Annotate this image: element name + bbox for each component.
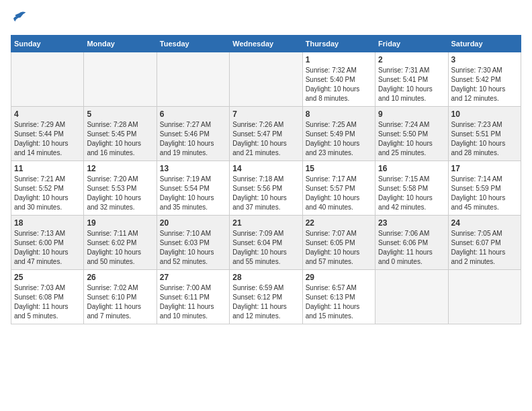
day-number: 6 <box>160 109 226 119</box>
logo-icon <box>11 11 27 27</box>
day-info: Sunrise: 7:27 AM Sunset: 5:46 PM Dayligh… <box>160 120 226 158</box>
day-number: 28 <box>232 273 299 282</box>
day-number: 14 <box>232 164 299 173</box>
day-number: 19 <box>87 218 153 228</box>
day-info: Sunrise: 7:24 AM Sunset: 5:50 PM Dayligh… <box>378 120 445 158</box>
day-info: Sunrise: 7:13 AM Sunset: 6:00 PM Dayligh… <box>14 229 81 267</box>
day-info: Sunrise: 6:59 AM Sunset: 6:12 PM Dayligh… <box>232 283 299 321</box>
calendar-cell: 19Sunrise: 7:11 AM Sunset: 6:02 PM Dayli… <box>84 216 157 270</box>
calendar-cell: 14Sunrise: 7:18 AM Sunset: 5:56 PM Dayli… <box>230 161 302 216</box>
calendar-weekday-header: Wednesday <box>230 36 302 52</box>
calendar-cell: 29Sunrise: 6:57 AM Sunset: 6:13 PM Dayli… <box>302 270 375 324</box>
calendar-cell: 25Sunrise: 7:03 AM Sunset: 6:08 PM Dayli… <box>11 270 84 324</box>
calendar-cell: 18Sunrise: 7:13 AM Sunset: 6:00 PM Dayli… <box>11 216 84 270</box>
day-info: Sunrise: 7:23 AM Sunset: 5:51 PM Dayligh… <box>451 120 518 158</box>
day-info: Sunrise: 7:11 AM Sunset: 6:02 PM Dayligh… <box>87 229 153 267</box>
calendar-cell: 23Sunrise: 7:06 AM Sunset: 6:06 PM Dayli… <box>375 216 448 270</box>
day-number: 8 <box>306 109 372 119</box>
day-number: 11 <box>14 164 81 173</box>
day-number: 20 <box>160 218 226 228</box>
calendar-week-row: 18Sunrise: 7:13 AM Sunset: 6:00 PM Dayli… <box>11 216 521 270</box>
day-info: Sunrise: 7:19 AM Sunset: 5:54 PM Dayligh… <box>160 175 226 212</box>
day-number: 21 <box>232 218 299 228</box>
calendar-cell: 2Sunrise: 7:31 AM Sunset: 5:41 PM Daylig… <box>375 52 448 107</box>
day-number: 9 <box>378 109 445 119</box>
calendar-header-row: SundayMondayTuesdayWednesdayThursdayFrid… <box>11 36 521 52</box>
calendar-weekday-header: Friday <box>375 36 448 52</box>
day-number: 17 <box>451 164 518 173</box>
day-info: Sunrise: 7:25 AM Sunset: 5:49 PM Dayligh… <box>306 120 372 158</box>
day-number: 7 <box>232 109 299 119</box>
day-number: 2 <box>378 55 445 64</box>
day-number: 15 <box>306 164 372 173</box>
calendar-cell: 28Sunrise: 6:59 AM Sunset: 6:12 PM Dayli… <box>230 270 302 324</box>
calendar-weekday-header: Tuesday <box>157 36 229 52</box>
calendar-cell: 9Sunrise: 7:24 AM Sunset: 5:50 PM Daylig… <box>375 107 448 161</box>
day-info: Sunrise: 7:21 AM Sunset: 5:52 PM Dayligh… <box>14 175 81 212</box>
calendar-cell <box>84 52 157 107</box>
day-info: Sunrise: 7:18 AM Sunset: 5:56 PM Dayligh… <box>232 175 299 212</box>
calendar-week-row: 1Sunrise: 7:32 AM Sunset: 5:40 PM Daylig… <box>11 52 521 107</box>
day-number: 22 <box>306 218 372 228</box>
day-number: 13 <box>160 164 226 173</box>
calendar-cell: 10Sunrise: 7:23 AM Sunset: 5:51 PM Dayli… <box>448 107 521 161</box>
calendar-cell: 24Sunrise: 7:05 AM Sunset: 6:07 PM Dayli… <box>448 216 521 270</box>
day-info: Sunrise: 6:57 AM Sunset: 6:13 PM Dayligh… <box>306 283 372 321</box>
day-number: 5 <box>87 109 153 119</box>
day-info: Sunrise: 7:26 AM Sunset: 5:47 PM Dayligh… <box>232 120 299 158</box>
day-info: Sunrise: 7:06 AM Sunset: 6:06 PM Dayligh… <box>378 229 445 267</box>
day-number: 26 <box>87 273 153 282</box>
day-number: 4 <box>14 109 81 119</box>
day-info: Sunrise: 7:05 AM Sunset: 6:07 PM Dayligh… <box>451 229 518 267</box>
day-info: Sunrise: 7:09 AM Sunset: 6:04 PM Dayligh… <box>232 229 299 267</box>
calendar-cell: 13Sunrise: 7:19 AM Sunset: 5:54 PM Dayli… <box>157 161 229 216</box>
day-number: 24 <box>451 218 518 228</box>
day-number: 1 <box>306 55 372 64</box>
day-info: Sunrise: 7:28 AM Sunset: 5:45 PM Dayligh… <box>87 120 153 158</box>
calendar-cell: 16Sunrise: 7:15 AM Sunset: 5:58 PM Dayli… <box>375 161 448 216</box>
calendar-cell: 26Sunrise: 7:02 AM Sunset: 6:10 PM Dayli… <box>84 270 157 324</box>
calendar-cell: 20Sunrise: 7:10 AM Sunset: 6:03 PM Dayli… <box>157 216 229 270</box>
day-info: Sunrise: 7:00 AM Sunset: 6:11 PM Dayligh… <box>160 283 226 321</box>
calendar-week-row: 4Sunrise: 7:29 AM Sunset: 5:44 PM Daylig… <box>11 107 521 161</box>
day-number: 27 <box>160 273 226 282</box>
calendar-cell: 11Sunrise: 7:21 AM Sunset: 5:52 PM Dayli… <box>11 161 84 216</box>
calendar-weekday-header: Saturday <box>448 36 521 52</box>
day-number: 12 <box>87 164 153 173</box>
day-info: Sunrise: 7:31 AM Sunset: 5:41 PM Dayligh… <box>378 66 445 103</box>
calendar-cell: 22Sunrise: 7:07 AM Sunset: 6:05 PM Dayli… <box>302 216 375 270</box>
calendar-weekday-header: Sunday <box>11 36 84 52</box>
calendar-cell <box>230 52 302 107</box>
calendar-cell: 21Sunrise: 7:09 AM Sunset: 6:04 PM Dayli… <box>230 216 302 270</box>
calendar-table: SundayMondayTuesdayWednesdayThursdayFrid… <box>11 35 521 324</box>
calendar-cell: 12Sunrise: 7:20 AM Sunset: 5:53 PM Dayli… <box>84 161 157 216</box>
calendar-cell: 15Sunrise: 7:17 AM Sunset: 5:57 PM Dayli… <box>302 161 375 216</box>
calendar-cell: 6Sunrise: 7:27 AM Sunset: 5:46 PM Daylig… <box>157 107 229 161</box>
day-number: 25 <box>14 273 81 282</box>
day-info: Sunrise: 7:15 AM Sunset: 5:58 PM Dayligh… <box>378 175 445 212</box>
calendar-cell: 5Sunrise: 7:28 AM Sunset: 5:45 PM Daylig… <box>84 107 157 161</box>
day-info: Sunrise: 7:14 AM Sunset: 5:59 PM Dayligh… <box>451 175 518 212</box>
calendar-cell <box>448 270 521 324</box>
day-info: Sunrise: 7:17 AM Sunset: 5:57 PM Dayligh… <box>306 175 372 212</box>
logo <box>11 11 30 27</box>
day-info: Sunrise: 7:02 AM Sunset: 6:10 PM Dayligh… <box>87 283 153 321</box>
day-number: 23 <box>378 218 445 228</box>
calendar-cell: 4Sunrise: 7:29 AM Sunset: 5:44 PM Daylig… <box>11 107 84 161</box>
day-number: 16 <box>378 164 445 173</box>
day-number: 18 <box>14 218 81 228</box>
day-info: Sunrise: 7:10 AM Sunset: 6:03 PM Dayligh… <box>160 229 226 267</box>
calendar-cell: 8Sunrise: 7:25 AM Sunset: 5:49 PM Daylig… <box>302 107 375 161</box>
day-info: Sunrise: 7:07 AM Sunset: 6:05 PM Dayligh… <box>306 229 372 267</box>
calendar-cell: 27Sunrise: 7:00 AM Sunset: 6:11 PM Dayli… <box>157 270 229 324</box>
day-info: Sunrise: 7:20 AM Sunset: 5:53 PM Dayligh… <box>87 175 153 212</box>
calendar-week-row: 11Sunrise: 7:21 AM Sunset: 5:52 PM Dayli… <box>11 161 521 216</box>
day-number: 29 <box>306 273 372 282</box>
calendar-weekday-header: Monday <box>84 36 157 52</box>
calendar-cell: 3Sunrise: 7:30 AM Sunset: 5:42 PM Daylig… <box>448 52 521 107</box>
calendar-weekday-header: Thursday <box>302 36 375 52</box>
calendar-cell <box>375 270 448 324</box>
page-header <box>11 11 521 27</box>
calendar-cell <box>157 52 229 107</box>
calendar-week-row: 25Sunrise: 7:03 AM Sunset: 6:08 PM Dayli… <box>11 270 521 324</box>
